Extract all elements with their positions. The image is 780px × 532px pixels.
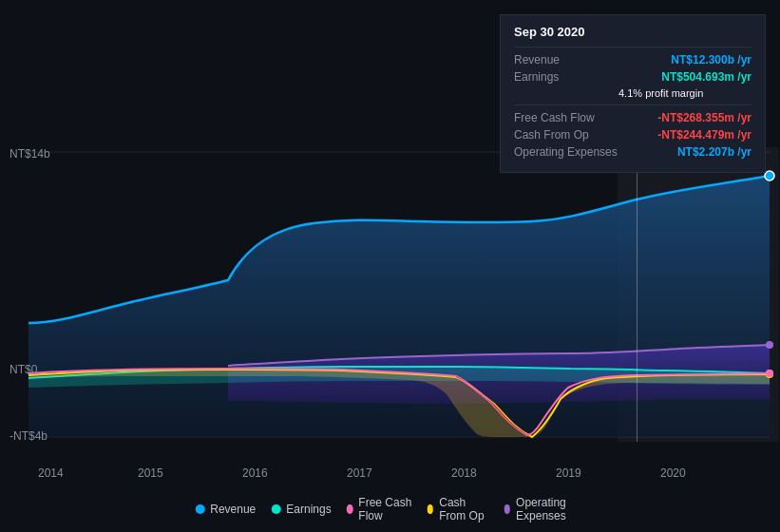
tooltip-date: Sep 30 2020 xyxy=(514,25,751,39)
legend: Revenue Earnings Free Cash Flow Cash Fro… xyxy=(195,496,585,522)
legend-dot-fcf xyxy=(347,504,353,514)
legend-label-earnings: Earnings xyxy=(286,503,331,516)
tooltip-divider xyxy=(514,47,751,48)
tooltip-row-cashop: Cash From Op -NT$244.479m /yr xyxy=(514,128,751,142)
legend-item-revenue[interactable]: Revenue xyxy=(195,503,256,516)
y-label-mid: NT$0 xyxy=(10,363,37,376)
tooltip-label-fcf: Free Cash Flow xyxy=(514,111,618,124)
x-label-2015: 2015 xyxy=(138,466,163,480)
svg-point-7 xyxy=(766,341,773,349)
tooltip-divider2 xyxy=(514,104,751,105)
legend-label-fcf: Free Cash Flow xyxy=(358,496,411,522)
y-label-top: NT$14b xyxy=(10,147,50,161)
x-label-2020: 2020 xyxy=(660,466,686,480)
tooltip-row-opex: Operating Expenses NT$2.207b /yr xyxy=(514,145,751,159)
tooltip-box: Sep 30 2020 Revenue NT$12.300b /yr Earni… xyxy=(500,14,766,173)
tooltip-row-fcf: Free Cash Flow -NT$268.355m /yr xyxy=(514,111,751,124)
tooltip-value-fcf: -NT$268.355m /yr xyxy=(657,111,751,124)
y-label-bottom: -NT$4b xyxy=(10,429,48,443)
x-label-2017: 2017 xyxy=(347,466,372,480)
svg-point-9 xyxy=(766,370,773,377)
legend-dot-revenue xyxy=(195,504,204,514)
tooltip-label-opex: Operating Expenses xyxy=(514,145,618,159)
tooltip-label-cashop: Cash From Op xyxy=(514,128,618,142)
x-label-2019: 2019 xyxy=(556,466,581,480)
legend-item-opex[interactable]: Operating Expenses xyxy=(504,496,584,522)
legend-label-opex: Operating Expenses xyxy=(516,496,585,522)
svg-point-5 xyxy=(765,171,774,180)
chart-container: NT$14b NT$0 -NT$4b 2014 2015 2016 2017 2… xyxy=(0,0,780,532)
x-label-2016: 2016 xyxy=(242,466,268,480)
legend-dot-earnings xyxy=(271,504,280,514)
tooltip-value-revenue: NT$12.300b /yr xyxy=(671,53,751,66)
legend-item-cashop[interactable]: Cash From Op xyxy=(428,496,489,522)
x-label-2014: 2014 xyxy=(38,466,64,480)
legend-label-cashop: Cash From Op xyxy=(439,496,488,522)
legend-label-revenue: Revenue xyxy=(210,503,256,516)
legend-dot-cashop xyxy=(428,504,434,514)
legend-item-earnings[interactable]: Earnings xyxy=(271,503,331,516)
tooltip-row-revenue: Revenue NT$12.300b /yr xyxy=(514,53,751,66)
tooltip-label-revenue: Revenue xyxy=(514,53,618,66)
tooltip-label-earnings: Earnings xyxy=(514,70,618,84)
tooltip-row-earnings: Earnings NT$504.693m /yr xyxy=(514,70,751,84)
profit-margin: 4.1% profit margin xyxy=(514,87,751,99)
tooltip-value-opex: NT$2.207b /yr xyxy=(677,145,751,159)
tooltip-value-earnings: NT$504.693m /yr xyxy=(661,70,751,84)
tooltip-value-cashop: -NT$244.479m /yr xyxy=(657,128,751,142)
legend-item-fcf[interactable]: Free Cash Flow xyxy=(347,496,412,522)
x-label-2018: 2018 xyxy=(451,466,477,480)
legend-dot-opex xyxy=(504,504,510,514)
